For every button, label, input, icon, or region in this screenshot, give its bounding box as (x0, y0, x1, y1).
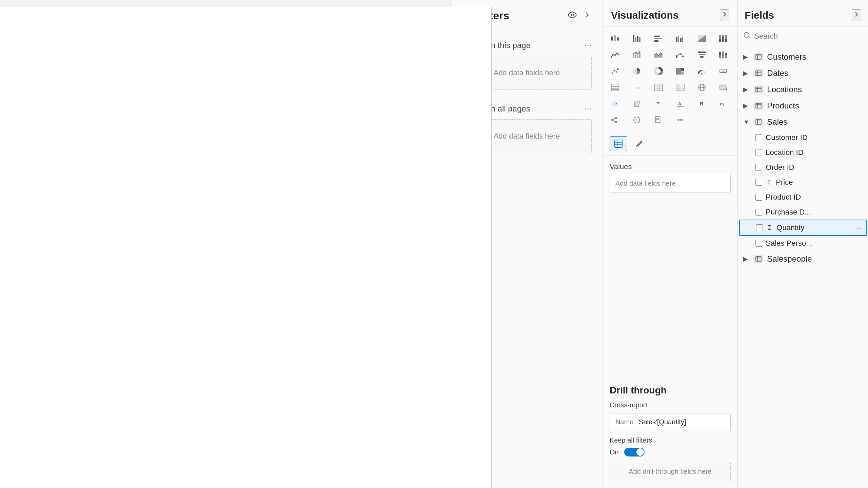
svg-point-1 (571, 14, 574, 16)
fields-group-customers[interactable]: ▶ Customers (738, 49, 868, 65)
more-visuals-button[interactable] (671, 112, 690, 128)
filters-page-dots-button[interactable]: ··· (584, 40, 592, 50)
fields-item-location-id[interactable]: Location ID (738, 145, 868, 160)
svg-rect-12 (654, 38, 662, 39)
purchase-date-checkbox[interactable] (755, 209, 762, 216)
quantity-checkbox[interactable] (756, 224, 763, 231)
fields-item-quantity[interactable]: Σ Quantity ··· (739, 220, 867, 236)
table-viz-icon[interactable] (649, 80, 668, 95)
svg-rect-24 (725, 39, 727, 42)
fields-list: ▶ Customers ▶ Dates ▶ Locations ▶ (738, 46, 868, 488)
smart-narrative-icon[interactable]: A (671, 96, 690, 111)
fields-item-price[interactable]: Σ Price (738, 175, 868, 190)
fields-item-product-id[interactable]: Product ID (738, 190, 868, 205)
stacked-bar-line-icon[interactable] (627, 47, 646, 63)
filters-allpages-dots-button[interactable]: ··· (584, 103, 592, 114)
clustered-column-icon[interactable] (671, 31, 690, 46)
svg-text:Py: Py (720, 102, 725, 106)
paginated-report-icon[interactable] (649, 112, 668, 128)
fields-group-sales[interactable]: ▼ Sales (738, 114, 868, 130)
key-influencers-icon[interactable]: Ki (627, 112, 646, 128)
svg-rect-110 (756, 120, 761, 124)
salespeople-group-label: Salespeople (767, 254, 812, 264)
fields-item-customer-id[interactable]: Customer ID (738, 130, 868, 145)
svg-rect-58 (654, 84, 663, 91)
fields-expand-button[interactable] (852, 9, 861, 21)
fields-search-input[interactable] (754, 32, 863, 41)
gauge-icon[interactable] (692, 63, 711, 79)
svg-rect-113 (756, 257, 761, 261)
customer-id-checkbox[interactable] (755, 134, 762, 141)
fields-item-sales-person[interactable]: Sales Perso... (738, 236, 868, 251)
fields-group-locations[interactable]: ▶ Locations (738, 81, 868, 98)
map-viz-icon[interactable] (692, 80, 711, 95)
price-checkbox[interactable] (755, 179, 762, 186)
multirow-card-icon[interactable] (606, 80, 625, 95)
matrix-viz-icon[interactable] (671, 80, 690, 95)
filters-eye-button[interactable] (568, 11, 577, 21)
horizontal-bar-icon[interactable] (649, 31, 668, 46)
fields-item-purchase-date[interactable]: Purchase D... (738, 205, 868, 220)
fields-group-products[interactable]: ▶ Products (738, 98, 868, 114)
svg-rect-6 (617, 38, 619, 40)
svg-rect-101 (756, 71, 761, 76)
svg-rect-32 (682, 56, 684, 57)
stacked-bar-chart-icon[interactable] (606, 31, 625, 46)
svg-rect-26 (635, 53, 636, 58)
fields-group-dates[interactable]: ▶ Dates (738, 65, 868, 81)
decomp-tree-icon[interactable] (606, 112, 625, 128)
clustered-bar-chart-icon[interactable] (627, 31, 646, 46)
python-visual-icon[interactable]: Py (714, 96, 733, 111)
donut-chart-icon[interactable] (649, 63, 668, 79)
filters-expand-button[interactable] (583, 11, 592, 21)
filled-map-icon[interactable] (714, 80, 733, 95)
sales-person-checkbox[interactable] (755, 240, 762, 247)
viz-toggle-track[interactable] (624, 448, 645, 456)
product-id-checkbox[interactable] (755, 194, 762, 201)
svg-point-81 (615, 121, 617, 123)
stacked-area-100-icon[interactable] (692, 31, 711, 46)
treemap-icon[interactable] (671, 63, 690, 79)
viz-data-tab[interactable] (610, 136, 627, 151)
kpi-icon[interactable]: ↑% (627, 80, 646, 95)
svg-text:123: 123 (722, 70, 726, 73)
filters-header-icons (568, 11, 592, 21)
viz-expand-button[interactable] (720, 9, 729, 21)
order-id-checkbox[interactable] (755, 164, 762, 171)
svg-rect-16 (680, 38, 682, 42)
svg-rect-85 (657, 123, 662, 123)
shape-map-icon[interactable] (627, 96, 646, 111)
line-chart-icon[interactable] (606, 47, 625, 63)
quantity-more-icon[interactable]: ··· (856, 224, 862, 232)
viz-values-label: Values (610, 162, 731, 171)
svg-rect-35 (700, 56, 704, 58)
customer-id-label: Customer ID (766, 133, 807, 142)
svg-rect-104 (756, 87, 761, 92)
pie-chart-icon[interactable] (627, 63, 646, 79)
location-id-checkbox[interactable] (755, 149, 762, 156)
fields-group-salespeople[interactable]: ▶ Salespeople (738, 251, 868, 267)
q-and-a-icon[interactable]: ? (649, 96, 668, 111)
viz-keep-filters-label: Keep all filters (610, 436, 731, 444)
r-visual-icon[interactable]: R (692, 96, 711, 111)
ribbon-chart-icon[interactable] (714, 47, 733, 63)
sales-chevron-icon: ▼ (743, 119, 750, 126)
locations-table-icon (753, 85, 764, 94)
viz-format-tab[interactable] (630, 136, 648, 151)
viz-values-drop-zone[interactable]: Add data fields here (610, 174, 731, 193)
order-id-label: Order ID (766, 163, 794, 172)
waterfall-icon[interactable] (671, 47, 690, 63)
viz-drill-add-drop-zone[interactable]: Add drill-through fields here (610, 462, 731, 481)
azure-map-icon[interactable]: Az (606, 96, 625, 111)
svg-line-97 (749, 37, 750, 38)
funnel-icon[interactable] (692, 47, 711, 63)
svg-rect-38 (722, 52, 724, 58)
stacked-column-100-icon[interactable] (714, 31, 733, 46)
area-chart-icon[interactable] (649, 47, 668, 63)
scatter-chart-icon[interactable] (606, 63, 625, 79)
svg-rect-40 (725, 53, 727, 55)
fields-item-order-id[interactable]: Order ID (738, 160, 868, 175)
svg-point-50 (701, 73, 703, 75)
svg-point-96 (744, 33, 749, 38)
card-icon[interactable]: 123 (714, 63, 733, 79)
